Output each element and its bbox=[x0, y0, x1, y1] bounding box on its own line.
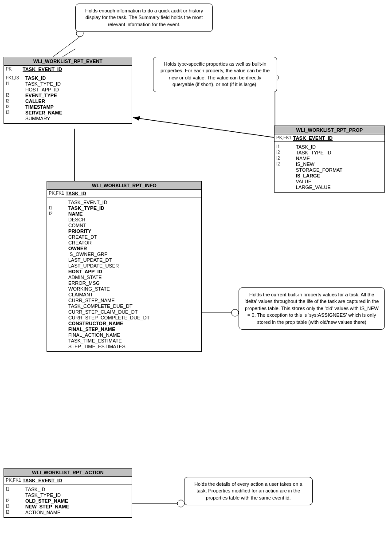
row-field: CONSTRUCTOR_NAME bbox=[68, 321, 123, 326]
row-field: ADMIN_STATE bbox=[68, 275, 102, 280]
row-field: IS_OWNER_GRP bbox=[68, 252, 108, 257]
row-index bbox=[49, 280, 67, 286]
table-row: I3EVENT_TYPE bbox=[6, 93, 130, 98]
row-field: NEW_STEP_NAME bbox=[25, 504, 69, 509]
table-row: CURR_STEP_COMPLETE_DUE_DT bbox=[49, 315, 200, 320]
row-index bbox=[49, 200, 67, 205]
table-row: I2TASK_TYPE_ID bbox=[276, 150, 383, 155]
table-row: TASK_TYPE_ID bbox=[6, 492, 130, 498]
row-field: TASK_COMPLETE_DUE_DT bbox=[68, 303, 133, 309]
row-field: IS_NEW bbox=[296, 161, 314, 167]
row-index bbox=[49, 309, 67, 315]
table-row: I2ACTION_NAME bbox=[6, 510, 130, 515]
event-table-body: FK1,I3TASK_IDI1TASK_TYPE_IDHOST_APP_IDI3… bbox=[4, 73, 132, 123]
table-row: SUMMARY bbox=[6, 116, 130, 121]
row-field: EVENT_TYPE bbox=[25, 93, 57, 98]
table-row: I1TASK_TYPE_ID bbox=[49, 205, 200, 211]
row-index: I1 bbox=[49, 205, 67, 211]
row-field: HOST_APP_ID bbox=[25, 87, 59, 92]
prop-table-body: I1TASK_IDI2TASK_TYPE_IDI2NAMEI2IS_NEWSTO… bbox=[274, 142, 384, 192]
row-index bbox=[49, 263, 67, 268]
row-index bbox=[6, 87, 24, 92]
row-field: STEP_TIME_ESTIMATES bbox=[68, 344, 125, 349]
table-row: FINAL_ACTION_NAME bbox=[49, 332, 200, 338]
info-table-title: WLI_WORKLIST_RPT_INFO bbox=[47, 181, 201, 190]
table-row: IS_LARGE bbox=[276, 173, 383, 178]
row-field: TASK_TYPE_ID bbox=[296, 150, 331, 155]
row-field: TASK_EVENT_ID bbox=[68, 200, 107, 205]
row-index: I2 bbox=[6, 510, 24, 515]
event-table-title: WLI_WORKLIST_RPT_EVENT bbox=[4, 57, 132, 66]
row-index bbox=[49, 252, 67, 257]
row-field: LARGE_VALUE bbox=[296, 185, 331, 190]
row-index: I1 bbox=[6, 81, 24, 87]
table-row: STEP_TIME_ESTIMATES bbox=[49, 344, 200, 349]
row-index bbox=[49, 217, 67, 222]
row-index bbox=[49, 234, 67, 240]
event-callout: Holds enough information to do a quick a… bbox=[75, 4, 213, 32]
table-row: VALUE bbox=[276, 179, 383, 184]
table-row: ERROR_MSG bbox=[49, 280, 200, 286]
table-row: I1TASK_ID bbox=[276, 144, 383, 150]
row-index: FK1,I3 bbox=[6, 75, 24, 81]
prop-table-pk: PK,FK1 TASK_EVENT_ID bbox=[274, 134, 384, 142]
table-row: I1TASK_TYPE_ID bbox=[6, 81, 130, 87]
row-field: COMNT bbox=[68, 223, 86, 228]
row-field: OLD_STEP_NAME bbox=[25, 498, 68, 504]
row-index bbox=[49, 332, 67, 338]
diagram-container: Holds enough information to do a quick a… bbox=[0, 0, 392, 547]
info-table: WLI_WORKLIST_RPT_INFO PK,FK1 TASK_ID TAS… bbox=[47, 181, 202, 352]
prop-table-title: WLI_WORKLIST_RPT_PROP bbox=[274, 126, 384, 134]
svg-point-7 bbox=[177, 500, 184, 507]
row-index: I3 bbox=[6, 504, 24, 509]
row-field: TASK_TIME_ESTIMATE bbox=[68, 338, 122, 343]
table-row: I3NEW_STEP_NAME bbox=[6, 504, 130, 509]
prop-callout: Holds type-specific properties as well a… bbox=[153, 57, 277, 92]
action-table-pk: PK,FK1 TASK_EVENT_ID bbox=[4, 477, 132, 484]
row-index bbox=[49, 327, 67, 332]
row-index bbox=[49, 315, 67, 320]
row-field: CALLER bbox=[25, 98, 45, 104]
table-row: IS_OWNER_GRP bbox=[49, 252, 200, 257]
row-field: CREATOR bbox=[68, 240, 92, 245]
table-row: OWNER bbox=[49, 246, 200, 251]
svg-line-1 bbox=[133, 118, 275, 138]
table-row: CREATOR bbox=[49, 240, 200, 245]
table-row: I3TIMESTAMP bbox=[6, 104, 130, 110]
row-field: STORAGE_FORMAT bbox=[296, 167, 342, 173]
table-row: STORAGE_FORMAT bbox=[276, 167, 383, 173]
info-table-body: TASK_EVENT_IDI1TASK_TYPE_IDI2NAMEDESCRCO… bbox=[47, 197, 201, 351]
row-index bbox=[49, 298, 67, 303]
row-index bbox=[49, 321, 67, 326]
row-index bbox=[6, 116, 24, 121]
row-index bbox=[49, 344, 67, 349]
table-row: HOST_APP_ID bbox=[49, 269, 200, 274]
row-index bbox=[49, 292, 67, 297]
row-field: IS_LARGE bbox=[296, 173, 320, 178]
event-table: WLI_WORKLIST_RPT_EVENT PK TASK_EVENT_ID … bbox=[4, 57, 132, 124]
row-field: ERROR_MSG bbox=[68, 280, 100, 286]
row-index bbox=[276, 179, 294, 184]
row-field: SUMMARY bbox=[25, 116, 50, 121]
table-row: I1TASK_ID bbox=[6, 487, 130, 492]
row-index: I3 bbox=[6, 110, 24, 115]
row-index: I1 bbox=[276, 144, 294, 150]
row-field: TASK_TYPE_ID bbox=[25, 81, 61, 87]
row-index bbox=[49, 286, 67, 291]
event-table-pk: PK TASK_EVENT_ID bbox=[4, 66, 132, 73]
row-field: VALUE bbox=[296, 179, 311, 184]
table-row: I2CALLER bbox=[6, 98, 130, 104]
row-field: CLAIMANT bbox=[68, 292, 93, 297]
row-index: I2 bbox=[6, 498, 24, 504]
row-field: TIMESTAMP bbox=[25, 104, 54, 110]
table-row: TASK_TIME_ESTIMATE bbox=[49, 338, 200, 343]
table-row: ADMIN_STATE bbox=[49, 275, 200, 280]
table-row: CREATE_DT bbox=[49, 234, 200, 240]
row-field: LAST_UPDATE_DT bbox=[68, 257, 112, 263]
table-row: LAST_UPDATE_DT bbox=[49, 257, 200, 263]
row-index: I3 bbox=[6, 93, 24, 98]
row-field: CREATE_DT bbox=[68, 234, 97, 240]
table-row: LAST_UPDATE_USER bbox=[49, 263, 200, 268]
row-field: TASK_ID bbox=[296, 144, 316, 150]
action-callout: Holds the details of every action a user… bbox=[184, 477, 313, 505]
